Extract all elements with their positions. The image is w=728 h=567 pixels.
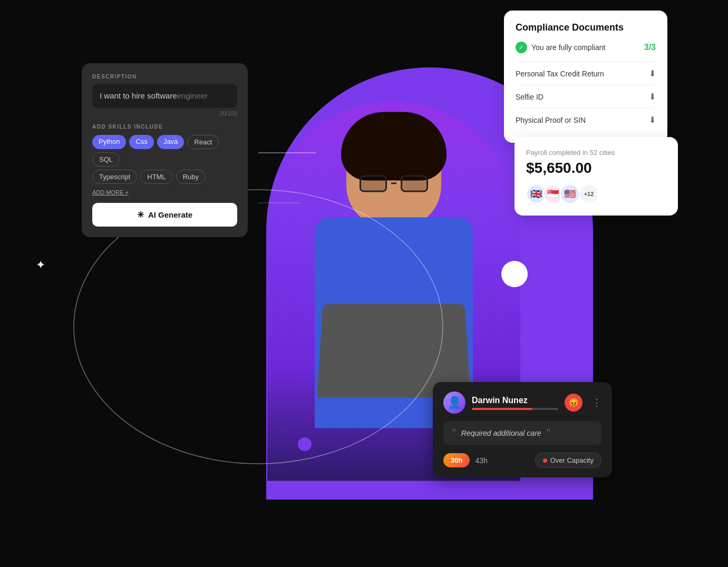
download-icon-3[interactable]: ⬇ (649, 115, 656, 125)
skill-java[interactable]: Java (157, 135, 184, 149)
scene: ✦ DE (0, 0, 728, 567)
ai-icon: ✳ (137, 210, 144, 220)
textarea-text-before: I want to hire software (100, 91, 177, 100)
avatar-3: 🇺🇸 (560, 184, 580, 204)
doc-2-label: Selfie ID (516, 93, 649, 101)
darwin-progress-bar (472, 408, 558, 410)
compliant-text: You are fully compliant (531, 43, 640, 52)
skill-typescript[interactable]: Typescript (92, 170, 137, 184)
darwin-progress-fill (472, 408, 532, 410)
char-count: 20/100 (92, 110, 237, 116)
add-more-button[interactable]: ADD MORE + (92, 189, 129, 195)
hours-total: 43h (475, 456, 487, 465)
darwin-quote-block: " Required additional care " (443, 421, 601, 445)
skills-label: ADD SKILLS INCLUDE (92, 124, 237, 130)
skill-css[interactable]: Css (129, 135, 153, 149)
payroll-subtitle: Payroll completed in 52 cities (526, 149, 666, 157)
quote-close: " (547, 427, 551, 439)
compliance-title: Compliance Documents (516, 22, 656, 33)
avatars-row: 🇬🇧 🇸🇬 🇺🇸 +12 (526, 184, 666, 204)
description-card: DESCRIPTION I want to hire softwareengin… (82, 63, 248, 237)
hours-used-badge: 30h (443, 453, 470, 467)
darwin-name-block: Darwin Nunez (472, 396, 558, 410)
capacity-label: Over Capacity (550, 456, 594, 464)
payroll-card: Payroll completed in 52 cities $5,650.00… (515, 137, 678, 216)
quote-open: " (452, 427, 456, 439)
capacity-dot (543, 458, 547, 463)
download-icon-1[interactable]: ⬇ (649, 69, 656, 79)
ai-generate-label: AI Generate (148, 210, 192, 219)
darwin-quote-text: Required additional care (461, 429, 541, 437)
darwin-card: 👤 Darwin Nunez 😡 ⋮ " Required additional… (433, 382, 612, 477)
darwin-footer: 30h 43h Over Capacity (443, 453, 601, 468)
deco-dot-purple (298, 437, 312, 451)
download-icon-2[interactable]: ⬇ (649, 92, 656, 102)
doc-row-3: Physical Proof or SIN ⬇ (516, 108, 656, 131)
capacity-badge: Over Capacity (535, 453, 601, 468)
avatar-more: +12 (579, 184, 599, 204)
payroll-amount: $5,650.00 (526, 160, 666, 177)
description-textarea[interactable]: I want to hire softwareengineer (92, 84, 237, 108)
darwin-emoji-icon: 😡 (565, 394, 583, 412)
skill-html[interactable]: HTML (140, 170, 172, 184)
skills-row-1: Python Css Java React SQL (92, 135, 237, 167)
skill-sql[interactable]: SQL (92, 152, 120, 167)
doc-row-2: Selfie ID ⬇ (516, 85, 656, 108)
deco-dot-white (501, 261, 528, 287)
compliant-check-icon: ✓ (516, 42, 527, 53)
description-label: DESCRIPTION (92, 74, 237, 80)
darwin-avatar: 👤 (443, 392, 465, 414)
doc-1-label: Personal Tax Credit Return (516, 70, 649, 78)
darwin-menu-button[interactable]: ⋮ (592, 397, 601, 408)
ai-generate-button[interactable]: ✳ AI Generate (92, 203, 237, 227)
compliant-count: 3/3 (644, 43, 656, 52)
skill-ruby[interactable]: Ruby (176, 170, 206, 184)
darwin-name: Darwin Nunez (472, 396, 558, 405)
compliance-card: Compliance Documents ✓ You are fully com… (504, 11, 667, 143)
skill-python[interactable]: Python (92, 135, 126, 149)
doc-3-label: Physical Proof or SIN (516, 116, 649, 124)
darwin-header: 👤 Darwin Nunez 😡 ⋮ (443, 392, 601, 414)
deco-star-1: ✦ (36, 258, 45, 272)
textarea-text-after: engineer (177, 91, 208, 100)
doc-row-1: Personal Tax Credit Return ⬇ (516, 62, 656, 85)
skill-react[interactable]: React (187, 135, 219, 149)
compliant-row: ✓ You are fully compliant 3/3 (516, 42, 656, 53)
skills-row-2: Typescript HTML Ruby (92, 170, 237, 184)
